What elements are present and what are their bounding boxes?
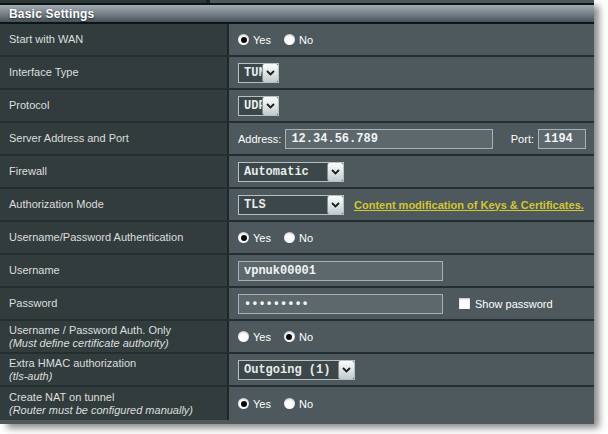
row-userpass-auth-only: Username / Password Auth. Only (Must def…: [0, 321, 594, 354]
radio-no-label: No: [299, 232, 313, 244]
create-nat-yes-radio[interactable]: [238, 398, 249, 409]
create-nat-no-radio[interactable]: [284, 398, 295, 409]
interface-type-select[interactable]: TUN: [238, 63, 279, 83]
port-label: Port:: [511, 133, 534, 145]
selected-option: Outgoing (1): [239, 361, 338, 379]
row-firewall: Firewall Automatic: [0, 156, 594, 189]
selected-option: Automatic: [239, 163, 327, 181]
row-sublabel: (tls-auth): [9, 370, 221, 383]
userpass-auth-yes-radio[interactable]: [238, 232, 249, 243]
row-label: Authorization Mode: [9, 198, 221, 211]
start-with-wan-no-radio[interactable]: [284, 34, 295, 45]
row-label: Start with WAN: [9, 33, 221, 46]
row-label: Protocol: [9, 99, 221, 112]
keys-certificates-link[interactable]: Content modification of Keys & Certifica…: [354, 199, 584, 211]
extra-hmac-select[interactable]: Outgoing (1): [238, 360, 355, 380]
chevron-down-icon: [327, 163, 343, 181]
start-with-wan-yes-radio[interactable]: [238, 34, 249, 45]
chevron-down-icon: [262, 97, 278, 115]
radio-yes-label: Yes: [253, 232, 271, 244]
userpass-auth-no-radio[interactable]: [284, 232, 295, 243]
row-authorization-mode: Authorization Mode TLS Content modificat…: [0, 189, 594, 222]
username-input[interactable]: [238, 261, 443, 281]
password-input[interactable]: [238, 294, 443, 314]
protocol-select[interactable]: UDP: [238, 96, 279, 116]
row-server-address-port: Server Address and Port Address: Port:: [0, 123, 594, 156]
radio-yes-label: Yes: [253, 398, 271, 410]
row-protocol: Protocol UDP: [0, 90, 594, 123]
row-sublabel: (Must define certificate authority): [9, 337, 221, 350]
chevron-down-icon: [327, 196, 343, 214]
row-label: Username/Password Authentication: [9, 231, 221, 244]
row-label: Firewall: [9, 165, 221, 178]
section-title: Basic Settings: [0, 5, 594, 24]
show-password-checkbox[interactable]: [459, 298, 470, 309]
userpass-only-no-radio[interactable]: [284, 331, 295, 342]
row-label: Interface Type: [9, 66, 221, 79]
row-start-with-wan: Start with WAN Yes No: [0, 24, 594, 57]
chevron-down-icon: [262, 64, 278, 82]
firewall-select[interactable]: Automatic: [238, 162, 344, 182]
row-password: Password Show password: [0, 288, 594, 321]
userpass-only-yes-radio[interactable]: [238, 331, 249, 342]
row-extra-hmac: Extra HMAC authorization (tls-auth) Outg…: [0, 354, 594, 387]
row-create-nat: Create NAT on tunnel (Router must be con…: [0, 387, 594, 420]
selected-option: TUN: [239, 64, 262, 82]
row-label: Server Address and Port: [9, 132, 221, 145]
row-userpass-authentication: Username/Password Authentication Yes No: [0, 222, 594, 255]
row-label: Create NAT on tunnel: [9, 391, 221, 404]
row-interface-type: Interface Type TUN: [0, 57, 594, 90]
row-sublabel: (Router must be configured manually): [9, 404, 221, 417]
show-password-label: Show password: [475, 298, 553, 310]
radio-yes-label: Yes: [253, 331, 271, 343]
selected-option: TLS: [239, 196, 327, 214]
row-username: Username: [0, 255, 594, 288]
radio-yes-label: Yes: [253, 34, 271, 46]
top-strip-value-cell: [210, 0, 594, 3]
selected-option: UDP: [239, 97, 262, 115]
server-address-input[interactable]: [285, 129, 493, 149]
authorization-mode-select[interactable]: TLS: [238, 195, 344, 215]
row-label: Username / Password Auth. Only: [9, 324, 221, 337]
row-label: Extra HMAC authorization: [9, 357, 221, 370]
top-strip-label-cell: [0, 0, 206, 3]
row-label: Username: [9, 264, 221, 277]
row-label: Password: [9, 297, 221, 310]
radio-no-label: No: [299, 331, 313, 343]
radio-no-label: No: [299, 398, 313, 410]
basic-settings-panel: Basic Settings Start with WAN Yes No Int…: [0, 0, 594, 424]
radio-no-label: No: [299, 34, 313, 46]
chevron-down-icon: [338, 361, 354, 379]
address-label: Address:: [238, 133, 281, 145]
server-port-input[interactable]: [538, 129, 586, 149]
